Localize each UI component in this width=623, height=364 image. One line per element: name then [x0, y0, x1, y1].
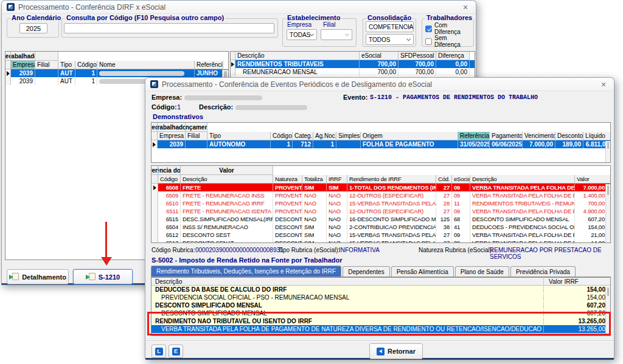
vertical-scrollbar[interactable]	[605, 141, 610, 162]
detalhamento-button[interactable]: Detalhamento	[7, 269, 69, 284]
title-bar[interactable]: Processamento - Conferência de Eventos P…	[145, 78, 614, 91]
table-row[interactable]: 6513 DESCONTO SENAT DESCONTO SIM NAO 15-…	[151, 239, 610, 243]
column-header-esocial[interactable]: eSocial	[360, 52, 399, 60]
column-header[interactable]: Simples	[336, 132, 361, 140]
column-header[interactable]: eSocial	[452, 175, 470, 184]
column-header-empresa[interactable]: Empresa	[11, 61, 35, 69]
table-row[interactable]: DESCONTO SIMPLIFICADO MENSAL 607,20	[151, 301, 610, 309]
close-icon[interactable]: ×	[598, 80, 609, 89]
e-button-icon: E	[172, 348, 180, 355]
consulta-input[interactable]	[64, 23, 274, 33]
ano-calendario-input[interactable]	[19, 23, 47, 33]
s1210-button[interactable]: S-1210	[73, 269, 133, 284]
group-header: Trabalhador	[11, 52, 35, 61]
retornar-button[interactable]: Retornar	[369, 343, 423, 359]
column-header[interactable]: Totaliza	[302, 175, 327, 184]
column-header[interactable]: Código	[158, 175, 181, 184]
table-row[interactable]: 6509 FRETE - REMUNERACAO INSS PROVENTO N…	[151, 191, 610, 199]
column-header-referencia[interactable]: Referência	[195, 61, 223, 69]
com-diferenca-checkbox[interactable]: Com Diferença	[425, 22, 473, 35]
row-marker	[151, 239, 158, 243]
cell: SIM	[302, 184, 327, 191]
column-header-referencia[interactable]: Referência	[458, 132, 490, 140]
table-row[interactable]: 2039 AUT 1 JUNHO	[5, 69, 228, 77]
column-header-codigo[interactable]: Código	[75, 61, 97, 69]
column-header-filial[interactable]: Filial	[35, 61, 58, 69]
empresa-select[interactable]: TODAS	[287, 29, 317, 40]
column-header[interactable]: Natureza	[273, 175, 302, 184]
cell: FRETE - REMUNERACAO IRRF	[181, 199, 273, 207]
column-header[interactable]: IRRF	[327, 175, 347, 184]
table-row[interactable]: 6508 FRETE PROVENTO SIM SIM 1-TOTAL DOS …	[151, 184, 610, 191]
table-row[interactable]: RENDIMENTOS TRIBUTAVEIS 700,00 700,00 0,…	[231, 60, 475, 68]
cell: DESCONTO SIMPLIFICADO MENSAL	[151, 302, 543, 309]
column-header-sfdpessoal[interactable]: SFDPessoal	[399, 52, 436, 60]
table-row[interactable]: 2039 AUTONOMO 1 712 1 FOLHA DE PAGAMENTO…	[151, 140, 610, 148]
vertical-scrollbar[interactable]	[605, 184, 610, 242]
column-header[interactable]: Valor	[575, 175, 611, 184]
column-header-nome[interactable]: Nome	[97, 61, 195, 69]
column-header-valor-irrf[interactable]: Valor IRRF	[543, 278, 610, 285]
row-marker-icon	[5, 69, 11, 77]
column-header[interactable]: Líquido	[583, 132, 611, 140]
table-row[interactable]: DESCONTO SIMPLIFICADO MENSAL 607,20	[151, 309, 610, 317]
descricao-redacted-value	[235, 105, 307, 110]
column-header-descricao[interactable]: Descrição	[151, 278, 543, 285]
column-header[interactable]: Filial	[186, 132, 207, 140]
column-header-tipo[interactable]: Tipo	[58, 61, 75, 69]
cell: SIM	[327, 184, 347, 191]
filial-select[interactable]	[321, 29, 352, 40]
table-row[interactable]: PREVIDENCIA SOCIAL OFICIAL - PSO - REMUN…	[151, 294, 610, 301]
column-header[interactable]: Desconto	[555, 132, 583, 140]
table-row[interactable]: REMUNERACAO MENSAL 700,00 700,00 0,00	[231, 68, 475, 76]
title-bar[interactable]: Processamento - Conferência DIRF x eSoci…	[2, 1, 476, 14]
column-header-descricao[interactable]: Descrição	[235, 52, 360, 60]
column-header-diferenca[interactable]: Diferença	[436, 52, 470, 60]
column-header[interactable]: Categ.	[293, 132, 313, 140]
column-header[interactable]: Descrição	[470, 175, 575, 184]
close-icon[interactable]: ×	[460, 3, 471, 12]
tab-dependentes[interactable]: Dependentes	[343, 266, 390, 276]
tab-previdencia-privada[interactable]: Previdência Privada	[510, 266, 576, 276]
cell: 6510	[158, 199, 181, 207]
vertical-scrollbar[interactable]	[605, 286, 610, 335]
sem-diferenca-label: Sem Diferença	[434, 35, 473, 48]
column-header[interactable]: Descrição	[181, 175, 273, 184]
column-header[interactable]: Rendimento de IRRF	[347, 175, 436, 184]
consolidacao-tipo-select[interactable]: TODOS	[366, 34, 414, 45]
table-row[interactable]: 6510 FRETE - REMUNERACAO IRRF PROVENTO N…	[151, 199, 610, 207]
column-header[interactable]: Tipo	[207, 132, 271, 140]
tab-rendimento-irrf[interactable]: Rendimento Tributáveis, Deduções, Isençõ…	[151, 266, 341, 276]
table-row[interactable]: DEDUCOES DA BASE DE CALCULO DO IRRF 154,…	[151, 286, 610, 294]
table-row[interactable]: 6511 FRETE - REMUNERACAO ISENTA PROVENTO…	[151, 207, 610, 215]
table-row[interactable]: RENDIMENTO NAO TRIBUTAVEL OU ISENTO DO I…	[151, 317, 610, 325]
column-header[interactable]: Pagamento	[490, 132, 523, 140]
cell: 1	[271, 140, 293, 148]
table-row[interactable]: VERBA TRANSITADA PELA FOLHA DE PAGAMENTO…	[151, 325, 610, 333]
cell: NAO	[302, 207, 327, 215]
column-header[interactable]: Empresa	[158, 132, 186, 140]
tab-plano-de-saude[interactable]: Plano de Saúde	[455, 266, 509, 276]
consolidacao-periodo-select[interactable]: COMPETENCIA	[366, 21, 414, 32]
demonstrativos-section-label: Demonstrativos	[153, 113, 203, 120]
window-eventos-periodicos: Processamento - Conferência de Eventos P…	[145, 77, 614, 360]
group-header: Trabalhador	[158, 123, 186, 132]
column-header[interactable]: Código	[271, 132, 293, 140]
column-header[interactable]: Vencimento	[523, 132, 555, 140]
column-header[interactable]: Cód.	[436, 175, 452, 184]
group-header: Valor	[181, 166, 273, 175]
window-title: Processamento - Conferência DIRF x eSoci…	[18, 3, 165, 12]
cell: PROVENTO	[273, 199, 302, 207]
column-header[interactable]: Ag.Noc.	[313, 132, 336, 140]
cell: 6515	[158, 215, 181, 222]
tab-pensao-alimenticia[interactable]: Pensão Alimentícia	[391, 266, 454, 276]
cell: 0,00	[436, 60, 470, 68]
table-row[interactable]: 6515 DESC.SIMPLIFICADO MENSAL(IRRF) DESC…	[151, 215, 610, 223]
table-row[interactable]: 6504 INSS S/ REMUNERACAO DESCONTO SIM NA…	[151, 223, 610, 231]
table-row[interactable]: 6512 DESCONTO SEST DESCONTO SIM NAO 15-V…	[151, 231, 610, 239]
e-button[interactable]: E	[169, 345, 183, 358]
open-report-icon	[9, 273, 19, 281]
column-header[interactable]: Origem	[361, 132, 458, 140]
l-button[interactable]: L	[151, 345, 166, 358]
sem-diferenca-checkbox[interactable]: Sem Diferença	[425, 35, 473, 48]
